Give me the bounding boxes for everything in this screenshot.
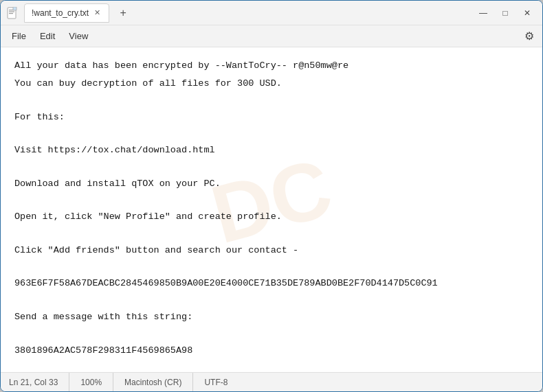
main-window: !want_to_cry.txt ✕ + — □ ✕ File Edit Vie… — [0, 0, 543, 392]
title-bar: !want_to_cry.txt ✕ + — □ ✕ — [1, 1, 542, 25]
line-1: All your data has been encrypted by --Wa… — [14, 58, 529, 73]
line-2: You can buy decryption of all files for … — [14, 76, 529, 91]
tab-label: !want_to_cry.txt — [32, 8, 89, 18]
line-15: 963E6F7F58A67DEACBC2845469850B9A00E20E40… — [14, 276, 529, 291]
line-17: Send a message with this string: — [14, 310, 529, 325]
menu-items: File Edit View — [6, 28, 93, 44]
line-19: 3801896A2AC578F298311F4569865A98 — [14, 343, 529, 358]
blank-line-10 — [14, 194, 529, 209]
settings-icon[interactable]: ⚙ — [522, 27, 537, 45]
blank-line-12 — [14, 228, 529, 243]
blank-line-3 — [14, 95, 529, 110]
active-tab[interactable]: !want_to_cry.txt ✕ — [24, 3, 109, 23]
line-ending: Macintosh (CR) — [113, 373, 193, 391]
svg-rect-2 — [9, 11, 14, 12]
blank-line-16 — [14, 295, 529, 310]
content-area[interactable]: DC All your data has been encrypted by -… — [1, 47, 542, 372]
blank-line-18 — [14, 327, 529, 343]
line-5: For this: — [14, 110, 529, 125]
cursor-position: Ln 21, Col 33 — [9, 373, 69, 391]
close-button[interactable]: ✕ — [518, 6, 537, 20]
blank-line-8 — [14, 161, 529, 176]
encoding: UTF-8 — [193, 373, 239, 391]
line-7: Visit https://tox.chat/download.html — [14, 143, 529, 158]
menu-view[interactable]: View — [63, 28, 93, 44]
maximize-button[interactable]: □ — [496, 6, 515, 20]
menu-bar: File Edit View ⚙ — [1, 25, 542, 47]
tab-close-button[interactable]: ✕ — [93, 8, 102, 17]
blank-line-6 — [14, 128, 529, 143]
svg-rect-3 — [9, 13, 13, 14]
title-bar-left: !want_to_cry.txt ✕ + — [6, 3, 474, 23]
svg-rect-4 — [13, 7, 16, 10]
blank-line-14 — [14, 261, 529, 276]
line-11: Open it, click "New Profile" and create … — [14, 209, 529, 224]
new-tab-button[interactable]: + — [115, 5, 131, 21]
menu-edit[interactable]: Edit — [34, 28, 60, 44]
window-controls: — □ ✕ — [474, 6, 537, 20]
menu-file[interactable]: File — [6, 28, 32, 44]
minimize-button[interactable]: — — [474, 6, 493, 20]
blank-line-20 — [14, 361, 529, 372]
window-icon — [6, 7, 19, 19]
line-13: Click "Add friends" button and search ou… — [14, 243, 529, 258]
line-9: Download and install qTOX on your PC. — [14, 176, 529, 192]
status-bar: Ln 21, Col 33 100% Macintosh (CR) UTF-8 — [1, 372, 542, 391]
text-content: All your data has been encrypted by --Wa… — [14, 58, 529, 372]
zoom-level: 100% — [69, 373, 113, 391]
